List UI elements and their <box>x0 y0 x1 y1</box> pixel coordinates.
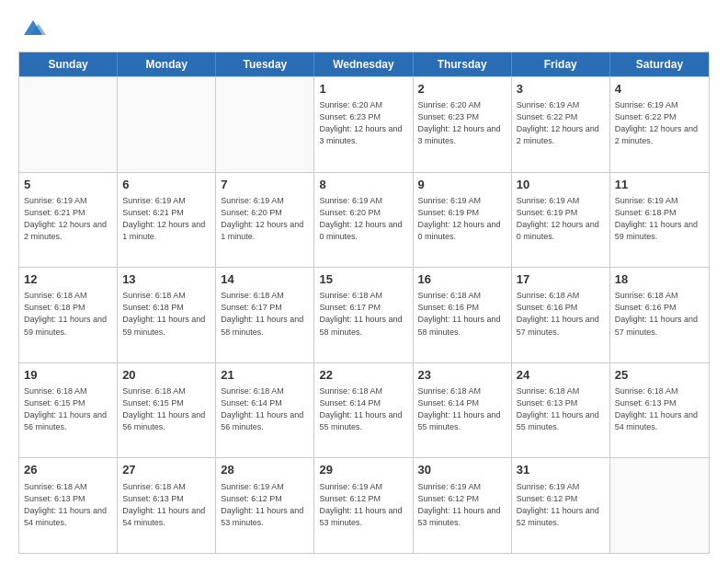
cal-week-1: 1Sunrise: 6:20 AM Sunset: 6:23 PM Daylig… <box>19 76 709 172</box>
cal-week-4: 19Sunrise: 6:18 AM Sunset: 6:15 PM Dayli… <box>19 362 709 458</box>
cal-day-31: 31Sunrise: 6:19 AM Sunset: 6:12 PM Dayli… <box>512 458 610 553</box>
day-number: 26 <box>24 462 112 478</box>
day-info: Sunrise: 6:18 AM Sunset: 6:18 PM Dayligh… <box>122 290 210 338</box>
cal-day-20: 20Sunrise: 6:18 AM Sunset: 6:15 PM Dayli… <box>118 363 216 458</box>
day-info: Sunrise: 6:19 AM Sunset: 6:22 PM Dayligh… <box>615 99 704 147</box>
logo <box>18 15 46 42</box>
day-number: 2 <box>418 81 506 98</box>
day-number: 6 <box>122 177 210 193</box>
day-info: Sunrise: 6:19 AM Sunset: 6:22 PM Dayligh… <box>517 99 605 147</box>
cal-header-tuesday: Tuesday <box>216 52 314 76</box>
day-number: 11 <box>615 177 704 193</box>
day-info: Sunrise: 6:18 AM Sunset: 6:16 PM Dayligh… <box>517 290 605 338</box>
day-info: Sunrise: 6:18 AM Sunset: 6:18 PM Dayligh… <box>24 290 112 338</box>
day-info: Sunrise: 6:18 AM Sunset: 6:13 PM Dayligh… <box>517 385 605 433</box>
day-number: 3 <box>517 81 605 98</box>
day-info: Sunrise: 6:18 AM Sunset: 6:16 PM Dayligh… <box>418 290 506 338</box>
cal-day-empty <box>118 77 216 172</box>
day-number: 15 <box>319 271 407 288</box>
day-number: 17 <box>517 271 605 288</box>
day-info: Sunrise: 6:18 AM Sunset: 6:16 PM Dayligh… <box>615 290 704 338</box>
cal-day-17: 17Sunrise: 6:18 AM Sunset: 6:16 PM Dayli… <box>512 268 610 362</box>
day-info: Sunrise: 6:19 AM Sunset: 6:19 PM Dayligh… <box>418 195 506 243</box>
day-info: Sunrise: 6:19 AM Sunset: 6:18 PM Dayligh… <box>615 195 704 243</box>
cal-day-23: 23Sunrise: 6:18 AM Sunset: 6:14 PM Dayli… <box>414 363 512 458</box>
day-number: 9 <box>418 177 506 193</box>
cal-day-29: 29Sunrise: 6:19 AM Sunset: 6:12 PM Dayli… <box>314 458 413 553</box>
cal-day-10: 10Sunrise: 6:19 AM Sunset: 6:19 PM Dayli… <box>512 173 610 268</box>
cal-week-3: 12Sunrise: 6:18 AM Sunset: 6:18 PM Dayli… <box>19 267 709 362</box>
day-number: 19 <box>24 367 112 384</box>
day-info: Sunrise: 6:19 AM Sunset: 6:12 PM Dayligh… <box>418 481 506 529</box>
day-info: Sunrise: 6:20 AM Sunset: 6:23 PM Dayligh… <box>319 99 407 147</box>
day-info: Sunrise: 6:18 AM Sunset: 6:13 PM Dayligh… <box>615 385 704 433</box>
cal-day-26: 26Sunrise: 6:18 AM Sunset: 6:13 PM Dayli… <box>19 458 118 553</box>
calendar-body: 1Sunrise: 6:20 AM Sunset: 6:23 PM Daylig… <box>19 76 709 553</box>
day-number: 4 <box>615 81 704 98</box>
cal-day-9: 9Sunrise: 6:19 AM Sunset: 6:19 PM Daylig… <box>414 173 512 268</box>
day-info: Sunrise: 6:19 AM Sunset: 6:20 PM Dayligh… <box>221 195 309 243</box>
day-info: Sunrise: 6:19 AM Sunset: 6:21 PM Dayligh… <box>24 195 112 243</box>
cal-day-5: 5Sunrise: 6:19 AM Sunset: 6:21 PM Daylig… <box>19 173 118 268</box>
cal-day-16: 16Sunrise: 6:18 AM Sunset: 6:16 PM Dayli… <box>414 268 512 362</box>
cal-day-11: 11Sunrise: 6:19 AM Sunset: 6:18 PM Dayli… <box>610 173 709 268</box>
cal-day-12: 12Sunrise: 6:18 AM Sunset: 6:18 PM Dayli… <box>19 268 118 362</box>
cal-day-25: 25Sunrise: 6:18 AM Sunset: 6:13 PM Dayli… <box>610 363 709 458</box>
cal-day-13: 13Sunrise: 6:18 AM Sunset: 6:18 PM Dayli… <box>118 268 216 362</box>
header <box>18 15 710 42</box>
day-number: 8 <box>319 177 407 193</box>
day-info: Sunrise: 6:18 AM Sunset: 6:15 PM Dayligh… <box>24 385 112 433</box>
day-info: Sunrise: 6:19 AM Sunset: 6:20 PM Dayligh… <box>319 195 407 243</box>
day-info: Sunrise: 6:18 AM Sunset: 6:17 PM Dayligh… <box>319 290 407 338</box>
cal-day-14: 14Sunrise: 6:18 AM Sunset: 6:17 PM Dayli… <box>216 268 314 362</box>
cal-header-thursday: Thursday <box>414 52 512 76</box>
day-info: Sunrise: 6:18 AM Sunset: 6:14 PM Dayligh… <box>418 385 506 433</box>
day-info: Sunrise: 6:18 AM Sunset: 6:15 PM Dayligh… <box>122 385 210 433</box>
day-number: 24 <box>517 367 605 384</box>
day-number: 25 <box>615 367 704 384</box>
cal-week-2: 5Sunrise: 6:19 AM Sunset: 6:21 PM Daylig… <box>19 172 709 268</box>
day-number: 30 <box>418 462 506 478</box>
cal-day-22: 22Sunrise: 6:18 AM Sunset: 6:14 PM Dayli… <box>314 363 413 458</box>
day-number: 23 <box>418 367 506 384</box>
day-number: 12 <box>24 271 112 288</box>
day-number: 13 <box>122 271 210 288</box>
cal-header-monday: Monday <box>118 52 216 76</box>
day-number: 27 <box>122 462 210 478</box>
day-number: 29 <box>319 462 407 478</box>
cal-day-18: 18Sunrise: 6:18 AM Sunset: 6:16 PM Dayli… <box>610 268 709 362</box>
day-number: 28 <box>221 462 309 478</box>
cal-day-2: 2Sunrise: 6:20 AM Sunset: 6:23 PM Daylig… <box>414 77 512 172</box>
cal-header-saturday: Saturday <box>610 52 709 76</box>
day-info: Sunrise: 6:19 AM Sunset: 6:19 PM Dayligh… <box>517 195 605 243</box>
cal-day-empty <box>610 458 709 553</box>
day-number: 16 <box>418 271 506 288</box>
day-info: Sunrise: 6:18 AM Sunset: 6:14 PM Dayligh… <box>319 385 407 433</box>
day-number: 14 <box>221 271 309 288</box>
day-info: Sunrise: 6:18 AM Sunset: 6:13 PM Dayligh… <box>122 481 210 529</box>
day-number: 31 <box>517 462 605 478</box>
day-number: 5 <box>24 177 112 193</box>
calendar: SundayMondayTuesdayWednesdayThursdayFrid… <box>18 52 710 554</box>
cal-day-7: 7Sunrise: 6:19 AM Sunset: 6:20 PM Daylig… <box>216 173 314 268</box>
day-number: 20 <box>122 367 210 384</box>
day-info: Sunrise: 6:18 AM Sunset: 6:14 PM Dayligh… <box>221 385 309 433</box>
cal-day-27: 27Sunrise: 6:18 AM Sunset: 6:13 PM Dayli… <box>118 458 216 553</box>
cal-day-8: 8Sunrise: 6:19 AM Sunset: 6:20 PM Daylig… <box>314 173 413 268</box>
day-info: Sunrise: 6:19 AM Sunset: 6:12 PM Dayligh… <box>517 481 605 529</box>
cal-day-24: 24Sunrise: 6:18 AM Sunset: 6:13 PM Dayli… <box>512 363 610 458</box>
cal-day-empty <box>19 77 118 172</box>
calendar-header-row: SundayMondayTuesdayWednesdayThursdayFrid… <box>19 52 709 76</box>
day-number: 7 <box>221 177 309 193</box>
logo-icon <box>20 15 46 40</box>
day-info: Sunrise: 6:19 AM Sunset: 6:12 PM Dayligh… <box>221 481 309 529</box>
cal-header-friday: Friday <box>512 52 610 76</box>
day-number: 1 <box>319 81 407 98</box>
cal-header-sunday: Sunday <box>19 52 118 76</box>
day-info: Sunrise: 6:19 AM Sunset: 6:12 PM Dayligh… <box>319 481 407 529</box>
cal-day-3: 3Sunrise: 6:19 AM Sunset: 6:22 PM Daylig… <box>512 77 610 172</box>
day-info: Sunrise: 6:19 AM Sunset: 6:21 PM Dayligh… <box>122 195 210 243</box>
cal-day-1: 1Sunrise: 6:20 AM Sunset: 6:23 PM Daylig… <box>314 77 413 172</box>
cal-week-5: 26Sunrise: 6:18 AM Sunset: 6:13 PM Dayli… <box>19 457 709 553</box>
day-number: 21 <box>221 367 309 384</box>
